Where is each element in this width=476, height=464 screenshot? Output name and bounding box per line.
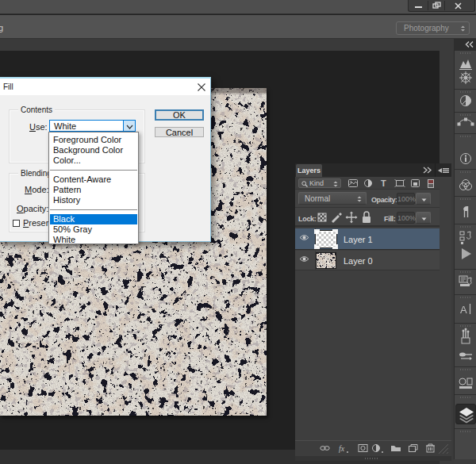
svg-text:A: A <box>460 304 467 316</box>
svg-text:T: T <box>381 178 386 188</box>
svg-text:fx: fx <box>339 444 345 453</box>
